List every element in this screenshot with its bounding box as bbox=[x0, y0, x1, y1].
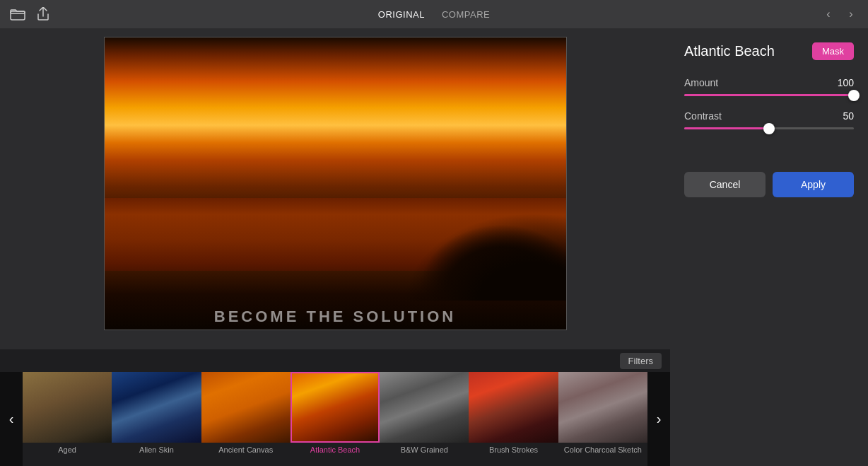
cancel-button[interactable]: Cancel bbox=[684, 172, 766, 197]
filter-item-bw-grained[interactable]: B&W Grained bbox=[380, 372, 469, 466]
topbar-nav: ‹ › bbox=[819, 4, 861, 24]
panel-title: Atlantic Beach bbox=[684, 43, 775, 59]
panel-buttons: Cancel Apply bbox=[684, 172, 854, 197]
filter-label-alien-skin: Alien Skin bbox=[139, 445, 174, 454]
svg-rect-0 bbox=[11, 11, 25, 20]
next-nav-btn[interactable]: › bbox=[841, 4, 861, 24]
main-layout: Become The Solution Filters ‹ Aged Alien… bbox=[0, 28, 868, 466]
filter-strip-container: Filters ‹ Aged Alien Skin Ancient Ca bbox=[0, 349, 670, 466]
contrast-slider-header: Contrast 50 bbox=[684, 110, 854, 122]
amount-slider-track[interactable] bbox=[684, 94, 854, 96]
filter-label-aged: Aged bbox=[58, 445, 76, 454]
filter-thumb-alien-skin bbox=[112, 372, 201, 443]
trees-layer bbox=[404, 213, 566, 301]
filter-prev-btn[interactable]: ‹ bbox=[0, 372, 23, 466]
filter-label-bw-grained: B&W Grained bbox=[401, 445, 448, 454]
filter-label-atlantic-beach: Atlantic Beach bbox=[310, 445, 360, 454]
contrast-slider-row: Contrast 50 bbox=[684, 110, 854, 129]
filter-item-color-charcoal[interactable]: Color Charcoal Sketch bbox=[558, 372, 647, 466]
contrast-value: 50 bbox=[843, 110, 854, 122]
filter-thumb-ancient-canvas bbox=[201, 372, 291, 443]
filter-next-btn[interactable]: › bbox=[647, 372, 670, 466]
filter-thumb-color-charcoal bbox=[558, 372, 647, 443]
filter-item-alien-skin[interactable]: Alien Skin bbox=[112, 372, 201, 466]
compare-tab[interactable]: COMPARE bbox=[442, 9, 490, 20]
contrast-slider-thumb[interactable] bbox=[763, 123, 775, 134]
amount-slider-fill bbox=[684, 94, 854, 96]
prev-nav-btn[interactable]: ‹ bbox=[819, 4, 838, 24]
amount-slider-row: Amount 100 bbox=[684, 77, 854, 96]
filter-thumb-brush-strokes bbox=[469, 372, 558, 443]
filter-items: Aged Alien Skin Ancient Canvas Atlantic … bbox=[23, 372, 647, 466]
topbar: ORIGINAL COMPARE ‹ › bbox=[0, 0, 868, 28]
open-icon[interactable] bbox=[10, 6, 25, 22]
topbar-tabs: ORIGINAL COMPARE bbox=[378, 9, 490, 20]
amount-slider-thumb[interactable] bbox=[848, 90, 860, 101]
mask-button[interactable]: Mask bbox=[812, 42, 854, 60]
filter-thumb-aged bbox=[23, 372, 112, 443]
image-area: Become The Solution Filters ‹ Aged Alien… bbox=[0, 28, 670, 466]
filter-item-ancient-canvas[interactable]: Ancient Canvas bbox=[201, 372, 291, 466]
sky-layer bbox=[105, 37, 566, 213]
panel-header: Atlantic Beach Mask bbox=[684, 42, 854, 60]
filter-thumb-bw-grained bbox=[380, 372, 469, 443]
contrast-slider-track[interactable] bbox=[684, 127, 854, 129]
amount-label: Amount bbox=[684, 77, 718, 88]
filter-label-color-charcoal: Color Charcoal Sketch bbox=[564, 445, 642, 454]
main-image: Become The Solution bbox=[104, 37, 567, 330]
contrast-label: Contrast bbox=[684, 110, 722, 122]
filter-item-brush-strokes[interactable]: Brush Strokes bbox=[469, 372, 558, 466]
filter-strip-header: Filters bbox=[0, 349, 670, 372]
filter-thumb-atlantic-beach bbox=[291, 372, 380, 443]
original-tab[interactable]: ORIGINAL bbox=[378, 9, 425, 20]
filter-label-brush-strokes: Brush Strokes bbox=[489, 445, 538, 454]
filter-label-ancient-canvas: Ancient Canvas bbox=[218, 445, 273, 454]
watermark-text: Become The Solution bbox=[105, 308, 566, 326]
right-panel: Atlantic Beach Mask Amount 100 Contrast … bbox=[670, 28, 868, 466]
amount-slider-header: Amount 100 bbox=[684, 77, 854, 88]
filter-strip: ‹ Aged Alien Skin Ancient Canvas bbox=[0, 372, 670, 466]
filter-item-atlantic-beach[interactable]: Atlantic Beach bbox=[291, 372, 380, 466]
filters-button[interactable]: Filters bbox=[620, 353, 662, 369]
amount-value: 100 bbox=[838, 77, 854, 88]
share-icon[interactable] bbox=[35, 6, 51, 22]
filter-item-aged[interactable]: Aged bbox=[23, 372, 112, 466]
apply-button[interactable]: Apply bbox=[773, 172, 854, 197]
contrast-slider-fill bbox=[684, 127, 769, 129]
